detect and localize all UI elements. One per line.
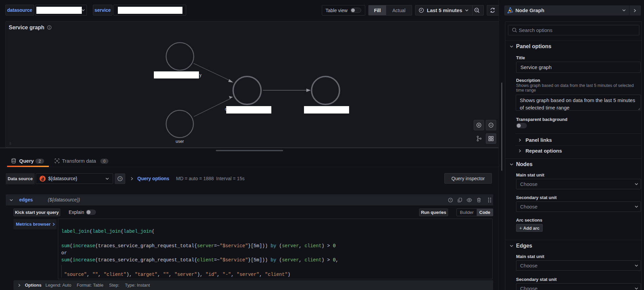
svg-text:user: user [176, 139, 184, 144]
svg-text:?: ? [450, 198, 451, 202]
svg-text:?: ? [119, 177, 121, 181]
svg-text:y: y [200, 73, 202, 77]
